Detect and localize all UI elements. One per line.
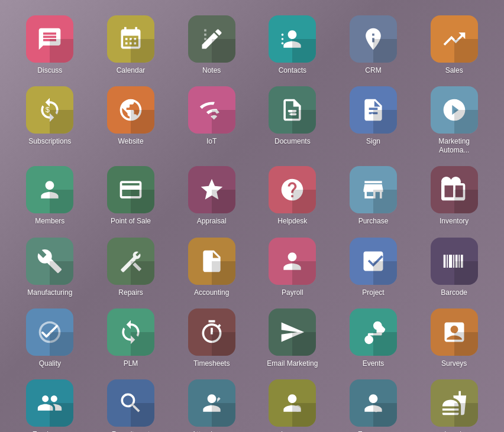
discuss-icon bbox=[26, 15, 73, 63]
app-calendar[interactable]: Calendar bbox=[93, 12, 169, 78]
app-notes[interactable]: Notes bbox=[173, 12, 250, 78]
app-grid: Discuss Calendar Notes Contacts CRM Sale… bbox=[6, 6, 498, 432]
repairs-label: Repairs bbox=[118, 288, 143, 297]
iot-icon bbox=[188, 86, 235, 134]
project-label: Project bbox=[362, 288, 384, 297]
app-email-marketing[interactable]: Email Marketing bbox=[254, 305, 331, 371]
svg-point-6 bbox=[295, 405, 301, 412]
documents-label: Documents bbox=[274, 137, 311, 145]
expenses-icon: $ bbox=[350, 379, 397, 427]
app-website[interactable]: Website bbox=[93, 83, 169, 158]
pos-icon bbox=[107, 166, 154, 213]
app-pos[interactable]: Point of Sale bbox=[93, 163, 169, 229]
helpdesk-icon bbox=[269, 166, 316, 213]
plm-label: PLM bbox=[124, 359, 138, 368]
marketing-icon bbox=[431, 86, 478, 134]
payroll-icon: $ bbox=[269, 238, 316, 285]
subscriptions-label: Subscriptions bbox=[28, 137, 71, 145]
svg-text:$: $ bbox=[293, 262, 297, 269]
crm-label: CRM bbox=[365, 66, 381, 74]
recruitment-icon bbox=[107, 379, 154, 427]
app-sign[interactable]: Sign bbox=[335, 83, 412, 158]
timesheets-icon bbox=[188, 308, 235, 356]
app-subscriptions[interactable]: $ Subscriptions bbox=[12, 83, 88, 158]
app-crm[interactable]: CRM bbox=[335, 12, 412, 78]
sign-icon bbox=[350, 86, 397, 134]
app-leaves[interactable]: Leaves bbox=[254, 376, 331, 432]
surveys-label: Surveys bbox=[441, 359, 467, 368]
manufacturing-icon bbox=[26, 238, 73, 285]
barcode-icon bbox=[431, 238, 478, 285]
app-repairs[interactable]: Repairs bbox=[93, 234, 169, 300]
app-inventory[interactable]: Inventory bbox=[416, 163, 492, 229]
appraisal-icon bbox=[188, 166, 235, 213]
accounting-label: Accounting bbox=[194, 288, 229, 297]
app-accounting[interactable]: $ Accounting bbox=[173, 234, 250, 300]
accounting-icon: $ bbox=[188, 238, 235, 285]
app-barcode[interactable]: Barcode bbox=[416, 234, 492, 300]
app-iot[interactable]: IoT bbox=[173, 83, 250, 158]
inventory-icon bbox=[431, 166, 478, 213]
barcode-label: Barcode bbox=[441, 288, 467, 297]
helpdesk-label: Helpdesk bbox=[277, 217, 307, 225]
app-documents[interactable]: Documents bbox=[254, 83, 331, 158]
notes-icon bbox=[188, 15, 235, 63]
repairs-icon bbox=[107, 238, 154, 285]
iot-label: IoT bbox=[206, 137, 217, 145]
svg-rect-0 bbox=[282, 34, 284, 36]
svg-rect-2 bbox=[282, 43, 284, 45]
svg-text:$: $ bbox=[207, 261, 211, 269]
app-contacts[interactable]: Contacts bbox=[254, 12, 331, 78]
email-marketing-label: Email Marketing bbox=[267, 359, 318, 368]
app-plm[interactable]: PLM bbox=[93, 305, 169, 371]
app-events[interactable]: Events bbox=[335, 305, 412, 371]
purchase-icon bbox=[350, 166, 397, 213]
payroll-label: Payroll bbox=[282, 288, 303, 297]
app-expenses[interactable]: $ Expenses bbox=[335, 376, 412, 432]
events-label: Events bbox=[363, 359, 385, 368]
contacts-icon bbox=[269, 15, 316, 63]
attendances-icon bbox=[188, 379, 235, 427]
timesheets-label: Timesheets bbox=[193, 359, 230, 368]
app-members[interactable]: Members bbox=[12, 163, 88, 229]
svg-rect-1 bbox=[282, 38, 284, 40]
app-employees[interactable]: Employees bbox=[12, 376, 88, 432]
app-helpdesk[interactable]: Helpdesk bbox=[254, 163, 331, 229]
documents-icon bbox=[269, 86, 316, 134]
app-sales[interactable]: Sales bbox=[416, 12, 492, 78]
app-purchase[interactable]: Purchase bbox=[335, 163, 412, 229]
lunch-icon bbox=[431, 379, 478, 427]
plm-icon bbox=[107, 308, 154, 356]
surveys-icon bbox=[431, 308, 478, 356]
app-timesheets[interactable]: Timesheets bbox=[173, 305, 250, 371]
notes-label: Notes bbox=[202, 66, 221, 74]
app-lunch[interactable]: Lunch bbox=[416, 376, 492, 432]
app-recruitment[interactable]: Recruitment bbox=[93, 376, 169, 432]
appraisal-label: Appraisal bbox=[197, 217, 227, 225]
app-attendances[interactable]: Attendances bbox=[173, 376, 250, 432]
calendar-icon bbox=[107, 15, 154, 63]
email-marketing-icon bbox=[269, 308, 316, 356]
events-icon bbox=[350, 308, 397, 356]
sales-label: Sales bbox=[445, 66, 463, 74]
quality-label: Quality bbox=[39, 359, 61, 368]
svg-text:$: $ bbox=[374, 406, 378, 413]
app-appraisal[interactable]: Appraisal bbox=[173, 163, 250, 229]
app-manufacturing[interactable]: Manufacturing bbox=[12, 234, 88, 300]
app-discuss[interactable]: Discuss bbox=[12, 12, 88, 78]
app-marketing[interactable]: Marketing Automa... bbox=[416, 83, 492, 158]
inventory-label: Inventory bbox=[440, 217, 469, 225]
quality-icon bbox=[26, 308, 73, 356]
app-payroll[interactable]: $ Payroll bbox=[254, 234, 331, 300]
employees-icon bbox=[26, 379, 73, 427]
sales-icon bbox=[431, 15, 478, 63]
contacts-label: Contacts bbox=[279, 66, 306, 74]
website-icon bbox=[107, 86, 154, 134]
subscriptions-icon: $ bbox=[26, 86, 73, 134]
project-icon bbox=[350, 238, 397, 285]
app-project[interactable]: Project bbox=[335, 234, 412, 300]
website-label: Website bbox=[118, 137, 143, 145]
app-quality[interactable]: Quality bbox=[12, 305, 88, 371]
app-surveys[interactable]: Surveys bbox=[416, 305, 492, 371]
members-icon bbox=[26, 166, 73, 213]
